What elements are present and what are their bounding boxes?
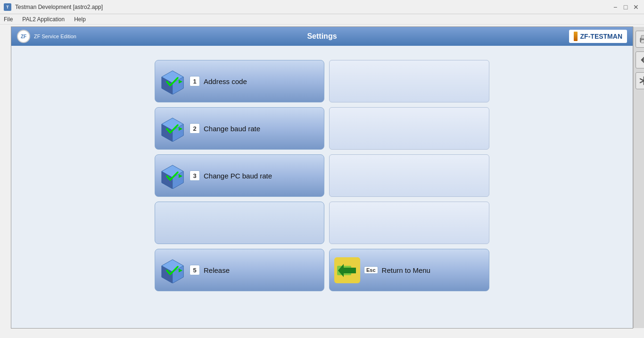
cube-icon-5 bbox=[160, 257, 186, 283]
header-title: Settings bbox=[307, 32, 337, 41]
num-badge-1: 1 bbox=[190, 76, 200, 86]
menu-help[interactable]: Help bbox=[72, 15, 88, 24]
zf-testman-logo: ZF-TESTMAN bbox=[569, 30, 627, 43]
close-button[interactable]: ✕ bbox=[632, 3, 640, 11]
btn-label-release: Release bbox=[204, 266, 319, 274]
info-panel-2 bbox=[329, 107, 489, 150]
print-button[interactable] bbox=[636, 31, 644, 48]
main-content: 1 Address code 2 Change baud bbox=[11, 46, 633, 328]
num-badge-2: 2 bbox=[190, 123, 200, 134]
btn-label-baud-rate: Change baud rate bbox=[204, 125, 319, 133]
app-header: ZF ZF Service Edition Settings ZF-TESTMA… bbox=[11, 27, 633, 46]
esc-icon-box bbox=[334, 257, 360, 283]
logo-stripe bbox=[574, 32, 578, 41]
menu-pal2[interactable]: PAL2 Application bbox=[20, 15, 66, 24]
back-button[interactable] bbox=[636, 51, 644, 68]
app-icon: T bbox=[4, 3, 11, 11]
btn-label-address-code: Address code bbox=[204, 77, 319, 85]
cube-icon-2 bbox=[160, 116, 186, 142]
menu-bar: File PAL2 Application Help bbox=[0, 14, 644, 25]
window-title: Testman Development [astro2.app] bbox=[15, 4, 103, 10]
svg-rect-26 bbox=[642, 41, 644, 42]
btn-address-code[interactable]: 1 Address code bbox=[155, 60, 324, 102]
btn-label-return-menu: Return to Menu bbox=[382, 266, 484, 274]
btn-baud-rate[interactable]: 2 Change baud rate bbox=[155, 107, 324, 150]
svg-rect-27 bbox=[642, 42, 644, 42]
svg-rect-24 bbox=[641, 35, 644, 39]
maximize-button[interactable]: □ bbox=[621, 3, 630, 11]
info-panel-3 bbox=[329, 154, 489, 197]
minimize-button[interactable]: − bbox=[611, 3, 619, 11]
btn-release[interactable]: 5 Release bbox=[155, 249, 324, 291]
menu-file[interactable]: File bbox=[2, 15, 15, 24]
title-bar: T Testman Development [astro2.app] − □ ✕ bbox=[0, 0, 644, 14]
cube-icon-3 bbox=[160, 163, 186, 189]
btn-pc-baud-rate[interactable]: 3 Change PC baud rate bbox=[155, 154, 324, 197]
app-window: ZF ZF Service Edition Settings ZF-TESTMA… bbox=[11, 26, 633, 329]
header-subtitle: ZF Service Edition bbox=[34, 34, 76, 39]
header-left: ZF ZF Service Edition bbox=[17, 30, 76, 43]
window-controls[interactable]: − □ ✕ bbox=[611, 3, 640, 11]
info-panel-1 bbox=[329, 60, 489, 102]
btn-return-to-menu[interactable]: Esc Return to Menu bbox=[329, 249, 489, 291]
title-bar-left: T Testman Development [astro2.app] bbox=[4, 3, 103, 11]
asterisk-button[interactable] bbox=[636, 72, 644, 89]
zf-testman-text: ZF-TESTMAN bbox=[580, 33, 622, 40]
btn-empty-4 bbox=[155, 202, 324, 244]
num-badge-5: 5 bbox=[190, 265, 200, 275]
right-sidebar bbox=[633, 27, 644, 328]
zf-logo: ZF bbox=[17, 30, 30, 43]
num-badge-3: 3 bbox=[190, 170, 200, 181]
cube-icon-1 bbox=[160, 68, 186, 94]
btn-label-pc-baud-rate: Change PC baud rate bbox=[204, 172, 319, 180]
esc-badge: Esc bbox=[364, 266, 378, 274]
button-grid: 1 Address code 2 Change baud bbox=[155, 60, 489, 291]
info-panel-4 bbox=[329, 202, 489, 244]
